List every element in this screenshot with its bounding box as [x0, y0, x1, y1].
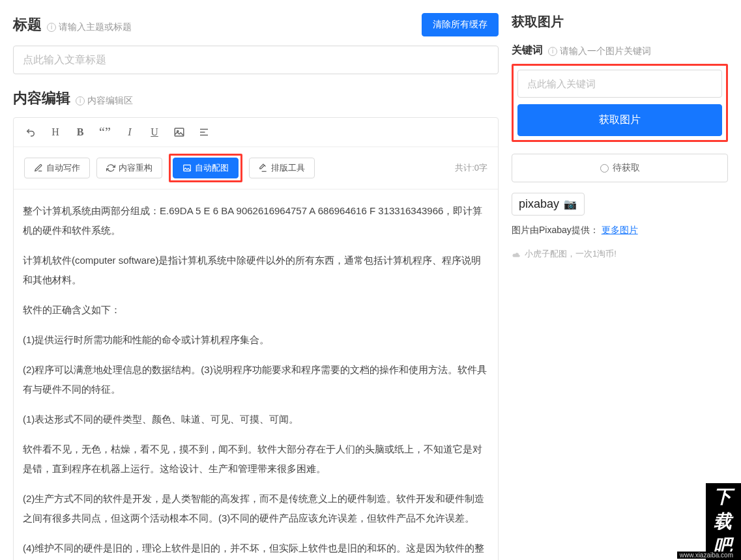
title-hint: i 请输入主题或标题 — [47, 21, 132, 33]
editor-paragraph: 软件看不见，无色，枯燥，看不见，摸不到，闻不到。软件大部分存在于人们的头脑或纸上… — [23, 440, 489, 479]
editor-paragraph: (4)维护不同的硬件是旧的，理论上软件是旧的，并不坏，但实际上软件也是旧的和坏的… — [23, 539, 489, 560]
more-images-link[interactable]: 更多图片 — [602, 225, 638, 235]
editor-paragraph: (1)表达形式不同的硬件类型、颜色、味道、可见、可摸、可闻。 — [23, 410, 489, 429]
keyword-highlight-box: 获取图片 — [512, 64, 728, 142]
content-hint: i 内容编辑区 — [76, 95, 133, 107]
pen-icon — [34, 163, 43, 173]
article-title-input[interactable] — [13, 46, 499, 74]
image-icon[interactable] — [173, 126, 186, 139]
align-icon[interactable] — [197, 126, 211, 139]
editor-paragraph: (2)生产方式不同的软件是开发，是人类智能的高发挥，而不是传统意义上的硬件制造。… — [23, 489, 489, 528]
editor-paragraph: 计算机软件(computer software)是指计算机系统中除硬件以外的所有… — [23, 251, 489, 290]
word-count: 共计:0字 — [455, 162, 487, 174]
underline-icon[interactable]: U — [148, 126, 161, 139]
pending-status: 待获取 — [512, 154, 728, 182]
keyword-label: 关键词 — [512, 44, 543, 57]
editor-paragraph: 软件的正确含义如下： — [23, 300, 489, 320]
heading-icon[interactable]: H — [49, 126, 62, 139]
keyword-hint: i 请输入一个图片关键词 — [548, 46, 651, 57]
italic-icon[interactable]: I — [123, 126, 136, 139]
keyword-input[interactable] — [517, 70, 722, 98]
title-section-header: 标题 i 请输入主题或标题 清除所有缓存 — [13, 13, 499, 36]
sidebar-title: 获取图片 — [512, 13, 728, 31]
action-toolbar: 自动写作 内容重构 自动配图 排版工具 共计:0字 — [14, 147, 498, 189]
auto-image-highlight: 自动配图 — [169, 154, 242, 182]
info-icon: i — [548, 47, 557, 56]
editor-paragraph: (2)程序可以满意地处理信息的数据结构。(3)说明程序功能要求和程序需要的文档的… — [23, 360, 489, 399]
editor-paragraph: 整个计算机系统由两部分组成：E.69DA 5 E 6 BA 9062616964… — [23, 201, 489, 240]
pixabay-badge: pixabay 📷 — [512, 193, 585, 216]
quote-icon[interactable]: “” — [98, 126, 111, 139]
fetch-image-button[interactable]: 获取图片 — [517, 104, 722, 136]
circle-icon — [600, 164, 609, 173]
info-icon: i — [47, 23, 56, 32]
auto-image-button[interactable]: 自动配图 — [173, 158, 239, 178]
auto-write-button[interactable]: 自动写作 — [24, 158, 90, 178]
photo-icon — [182, 163, 192, 173]
refresh-icon — [106, 163, 115, 173]
content-label: 内容编辑 — [13, 89, 70, 108]
editor-paragraph: (1)提供运行时所需功能和性能的命令或计算机程序集合。 — [23, 330, 489, 350]
layout-icon — [259, 163, 268, 173]
restructure-button[interactable]: 内容重构 — [96, 158, 162, 178]
format-toolbar: H B “” I U — [14, 118, 498, 147]
info-icon: i — [76, 96, 85, 105]
image-credit: 图片由Pixabay提供： 更多图片 — [512, 225, 728, 236]
layout-tool-button[interactable]: 排版工具 — [249, 158, 315, 178]
footer-note: 小虎子配图，一次1淘币! — [512, 248, 728, 260]
editor-box: H B “” I U 自动写作 内容重构 — [13, 117, 499, 560]
clear-cache-button[interactable]: 清除所有缓存 — [422, 13, 499, 36]
undo-icon[interactable] — [24, 126, 37, 139]
editor-content[interactable]: 整个计算机系统由两部分组成：E.69DA 5 E 6 BA 9062616964… — [14, 189, 498, 560]
bold-icon[interactable]: B — [74, 126, 87, 139]
cloud-icon — [512, 251, 521, 257]
title-label: 标题 — [13, 15, 42, 35]
camera-icon: 📷 — [561, 198, 577, 210]
